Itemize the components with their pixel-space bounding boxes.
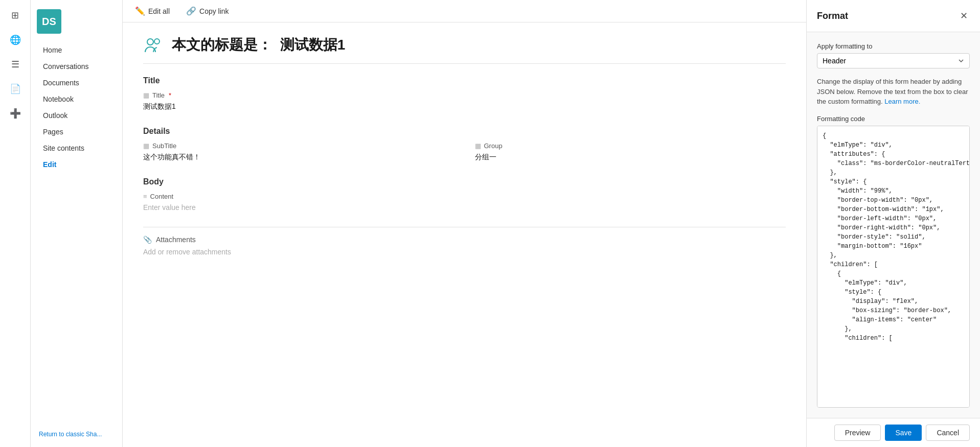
subtitle-icon: ▦ — [143, 142, 149, 150]
attachments-label: 📎 Attachments — [143, 236, 786, 244]
edit-all-button[interactable]: ✏️ Edit all — [131, 4, 174, 18]
subtitle-field-label: ▦ SubTitle — [143, 142, 454, 150]
subtitle-field: ▦ SubTitle 这个功能真不错！ — [143, 142, 454, 163]
code-label: Formatting code — [817, 115, 970, 123]
svg-point-0 — [147, 39, 153, 45]
sidebar-item-outlook[interactable]: Outlook — [35, 107, 118, 124]
form-header-title: 本文的标题是： 测试数据1 — [172, 35, 345, 55]
code-section: Formatting code { "elmType": "div", "att… — [817, 115, 970, 408]
people-icon — [143, 35, 164, 55]
edit-icon: ✏️ — [135, 6, 145, 16]
title-field-label: ▦ Title * — [143, 91, 786, 99]
copy-link-label: Copy link — [199, 7, 229, 15]
sidebar-item-documents[interactable]: Documents — [35, 75, 118, 91]
format-panel: Format ✕ Apply formatting to Header Chan… — [806, 0, 980, 447]
form-header: 本文的标题是： 测试数据1 — [143, 35, 786, 64]
form-container: 本文的标题是： 测试数据1 Title ▦ Title * 测试数据1 Deta… — [123, 22, 806, 447]
cancel-button[interactable]: Cancel — [926, 425, 970, 441]
required-marker: * — [169, 91, 171, 99]
svg-point-1 — [154, 39, 159, 44]
details-section-header: Details — [143, 127, 786, 136]
apply-formatting-label: Apply formatting to — [817, 42, 970, 50]
preview-button[interactable]: Preview — [834, 425, 881, 441]
apply-formatting-select[interactable]: Header — [817, 53, 970, 68]
group-field-value[interactable]: 分组一 — [475, 152, 786, 163]
main-content: ✏️ Edit all 🔗 Copy link 本文的标题是： 测试数据1 — [123, 0, 806, 447]
attachments-placeholder[interactable]: Add or remove attachments — [143, 248, 786, 256]
content-field: ≡ Content Enter value here — [143, 193, 786, 213]
left-nav: ⊞ 🌐 ☰ 📄 ➕ — [0, 0, 31, 447]
title-field: ▦ Title * 测试数据1 — [143, 91, 786, 112]
body-section: Body ≡ Content Enter value here — [143, 177, 786, 213]
sidebar-item-pages[interactable]: Pages — [35, 124, 118, 140]
formatting-code-textarea[interactable]: { "elmType": "div", "attributes": { "cla… — [817, 126, 970, 408]
content-field-label: ≡ Content — [143, 193, 786, 200]
format-footer: Preview Save Cancel — [807, 418, 980, 447]
link-icon: 🔗 — [186, 6, 196, 16]
attachment-icon: 📎 — [143, 236, 152, 244]
subtitle-field-value[interactable]: 这个功能真不错！ — [143, 152, 454, 163]
nav-globe-icon[interactable]: 🌐 — [5, 30, 26, 50]
details-field-row: ▦ SubTitle 这个功能真不错！ ▦ Group 分组一 — [143, 142, 786, 163]
group-field-label: ▦ Group — [475, 142, 786, 150]
group-field: ▦ Group 分组一 — [475, 142, 786, 163]
close-button[interactable]: ✕ — [958, 8, 970, 23]
header-title-value: 测试数据1 — [280, 37, 346, 53]
details-section: Details ▦ SubTitle 这个功能真不错！ ▦ Group 分组一 — [143, 127, 786, 163]
sidebar-item-conversations[interactable]: Conversations — [35, 58, 118, 75]
format-body: Apply formatting to Header Change the di… — [807, 32, 980, 418]
header-title-prefix: 本文的标题是： — [172, 37, 272, 53]
sidebar: DS Home Conversations Documents Notebook… — [31, 0, 123, 447]
content-field-value[interactable]: Enter value here — [143, 202, 786, 213]
group-icon: ▦ — [475, 142, 481, 150]
nav-add-icon[interactable]: ➕ — [5, 103, 26, 124]
sidebar-item-home[interactable]: Home — [35, 42, 118, 58]
format-title: Format — [817, 11, 848, 21]
sidebar-item-notebook[interactable]: Notebook — [35, 91, 118, 107]
copy-link-button[interactable]: 🔗 Copy link — [182, 4, 233, 18]
format-header: Format ✕ — [807, 0, 980, 32]
return-to-classic-link[interactable]: Return to classic Sha... — [31, 427, 122, 442]
nav-list-icon[interactable]: ☰ — [5, 54, 26, 75]
format-description: Change the display of this form header b… — [817, 77, 970, 107]
site-logo: DS — [37, 9, 61, 34]
nav-home-icon[interactable]: ⊞ — [5, 5, 26, 26]
title-section: Title ▦ Title * 测试数据1 — [143, 76, 786, 112]
apply-formatting-section: Apply formatting to Header — [817, 42, 970, 68]
save-button[interactable]: Save — [885, 425, 922, 441]
title-field-icon: ▦ — [143, 91, 149, 99]
title-section-header: Title — [143, 76, 786, 85]
body-section-header: Body — [143, 177, 786, 186]
title-field-value[interactable]: 测试数据1 — [143, 101, 786, 112]
edit-all-label: Edit all — [148, 7, 170, 15]
sidebar-item-edit[interactable]: Edit — [35, 156, 118, 173]
toolbar: ✏️ Edit all 🔗 Copy link — [123, 0, 806, 22]
sidebar-item-site-contents[interactable]: Site contents — [35, 140, 118, 156]
content-icon: ≡ — [143, 193, 147, 200]
nav-doc-icon[interactable]: 📄 — [5, 79, 26, 99]
learn-more-link[interactable]: Learn more. — [884, 98, 920, 105]
attachments-area: 📎 Attachments Add or remove attachments — [143, 227, 786, 256]
